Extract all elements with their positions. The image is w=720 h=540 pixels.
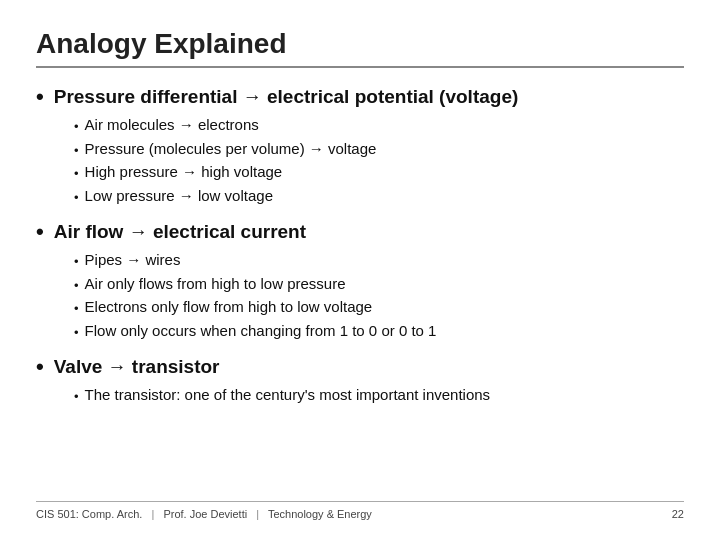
- footer-topic: Technology & Energy: [268, 508, 372, 520]
- section-airflow-title: Air flow → electrical current: [54, 221, 306, 243]
- sub-bullet-airflow-2-text: Electrons only flow from high to low vol…: [85, 296, 373, 319]
- sub-dot-pressure-1: •: [74, 141, 79, 161]
- sub-bullet-valve-0-text: The transistor: one of the century's mos…: [85, 384, 491, 407]
- slide-content: • Pressure differential → electrical pot…: [36, 86, 684, 501]
- footer-course: CIS 501: Comp. Arch.: [36, 508, 142, 520]
- footer-sep-1: |: [151, 508, 154, 520]
- sub-dot-pressure-0: •: [74, 117, 79, 137]
- section-pressure-subbullets: • Air molecules → electrons • Pressure (…: [74, 114, 684, 207]
- sub-bullet-airflow-3: • Flow only occurs when changing from 1 …: [74, 320, 684, 343]
- bullet-dot-pressure: •: [36, 86, 44, 108]
- sub-dot-pressure-3: •: [74, 188, 79, 208]
- sub-bullet-airflow-1: • Air only flows from high to low pressu…: [74, 273, 684, 296]
- section-valve-header: • Valve → transistor: [36, 356, 684, 378]
- sub-bullet-pressure-3: • Low pressure → low voltage: [74, 185, 684, 208]
- section-airflow-header: • Air flow → electrical current: [36, 221, 684, 243]
- section-airflow-subbullets: • Pipes → wires • Air only flows from hi…: [74, 249, 684, 342]
- sub-dot-pressure-2: •: [74, 164, 79, 184]
- section-airflow: • Air flow → electrical current • Pipes …: [36, 221, 684, 342]
- footer-professor: Prof. Joe Devietti: [163, 508, 247, 520]
- sub-bullet-pressure-0-text: Air molecules → electrons: [85, 114, 259, 137]
- slide: Analogy Explained • Pressure differentia…: [0, 0, 720, 540]
- footer-page: 22: [672, 508, 684, 520]
- slide-title: Analogy Explained: [36, 28, 684, 68]
- section-pressure-header: • Pressure differential → electrical pot…: [36, 86, 684, 108]
- sub-bullet-airflow-2: • Electrons only flow from high to low v…: [74, 296, 684, 319]
- sub-bullet-pressure-2: • High pressure → high voltage: [74, 161, 684, 184]
- sub-bullet-airflow-0-text: Pipes → wires: [85, 249, 181, 272]
- section-pressure-title: Pressure differential → electrical poten…: [54, 86, 519, 108]
- sub-bullet-pressure-1: • Pressure (molecules per volume) → volt…: [74, 138, 684, 161]
- sub-bullet-airflow-0: • Pipes → wires: [74, 249, 684, 272]
- section-valve-subbullets: • The transistor: one of the century's m…: [74, 384, 684, 407]
- bullet-dot-valve: •: [36, 356, 44, 378]
- sub-dot-airflow-0: •: [74, 252, 79, 272]
- sub-bullet-airflow-1-text: Air only flows from high to low pressure: [85, 273, 346, 296]
- section-valve: • Valve → transistor • The transistor: o…: [36, 356, 684, 407]
- sub-bullet-airflow-3-text: Flow only occurs when changing from 1 to…: [85, 320, 437, 343]
- sub-dot-valve-0: •: [74, 387, 79, 407]
- slide-footer: CIS 501: Comp. Arch. | Prof. Joe Deviett…: [36, 501, 684, 520]
- footer-left: CIS 501: Comp. Arch. | Prof. Joe Deviett…: [36, 508, 372, 520]
- sub-bullet-pressure-3-text: Low pressure → low voltage: [85, 185, 273, 208]
- sub-dot-airflow-2: •: [74, 299, 79, 319]
- section-valve-title: Valve → transistor: [54, 356, 220, 378]
- sub-dot-airflow-1: •: [74, 276, 79, 296]
- footer-sep-2: |: [256, 508, 259, 520]
- sub-bullet-pressure-1-text: Pressure (molecules per volume) → voltag…: [85, 138, 377, 161]
- sub-bullet-pressure-2-text: High pressure → high voltage: [85, 161, 283, 184]
- sub-bullet-valve-0: • The transistor: one of the century's m…: [74, 384, 684, 407]
- section-pressure: • Pressure differential → electrical pot…: [36, 86, 684, 207]
- sub-dot-airflow-3: •: [74, 323, 79, 343]
- sub-bullet-pressure-0: • Air molecules → electrons: [74, 114, 684, 137]
- bullet-dot-airflow: •: [36, 221, 44, 243]
